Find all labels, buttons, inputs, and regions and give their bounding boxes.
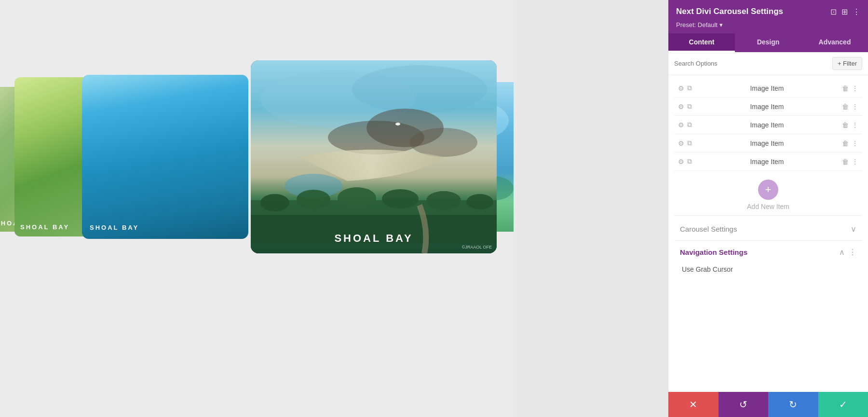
- item-2-more-icon[interactable]: ⋮: [852, 103, 858, 111]
- panel-tabs: Content Design Advanced: [668, 33, 868, 52]
- add-circle-icon: +: [758, 180, 778, 200]
- bottom-toolbar: ✕ ↺ ↻ ✓: [668, 392, 868, 417]
- item-4-more-icon[interactable]: ⋮: [852, 139, 858, 147]
- carousel-settings-arrow: ∨: [851, 224, 856, 234]
- save-button[interactable]: ✓: [818, 392, 868, 417]
- tab-content[interactable]: Content: [668, 33, 735, 52]
- svg-point-2: [352, 65, 487, 113]
- svg-point-9: [260, 194, 289, 211]
- item-1-copy-icon[interactable]: ⧉: [687, 84, 692, 92]
- undo-button[interactable]: ↺: [719, 392, 769, 417]
- search-input[interactable]: [674, 60, 828, 67]
- slide-center: ©JRAAOL OFE SHOAL BAY: [251, 60, 497, 253]
- item-2-copy-icon[interactable]: ⧉: [687, 102, 692, 111]
- item-row-5: ⚙ ⧉ Image Item 🗑 ⋮: [674, 153, 862, 171]
- copyright-text: ©JRAAOL OFE: [462, 245, 492, 250]
- item-1-label: Image Item: [696, 84, 838, 92]
- slide-left: SHOAL BAY: [14, 77, 92, 236]
- nav-more-icon[interactable]: ⋮: [849, 248, 856, 257]
- item-4-label: Image Item: [696, 139, 838, 147]
- panel-content: ⚙ ⧉ Image Item 🗑 ⋮ ⚙ ⧉ Image Item 🗑 ⋮ ⚙: [668, 75, 868, 392]
- slide-left-text: SHOAL BAY: [20, 223, 69, 231]
- item-3-settings-icon[interactable]: ⚙: [678, 121, 684, 129]
- slide-second: SHOAL BAY: [82, 75, 248, 239]
- slide-center-text: SHOAL BAY: [251, 232, 497, 245]
- grab-cursor-row: Use Grab Cursor: [674, 262, 862, 277]
- center-image-svg: [251, 60, 497, 253]
- carousel-settings-title: Carousel Settings: [680, 225, 737, 233]
- preset-row[interactable]: Preset: Default ▾: [676, 21, 860, 28]
- svg-point-4: [328, 121, 424, 154]
- item-1-left-icons: ⚙ ⧉: [678, 84, 692, 92]
- item-3-more-icon[interactable]: ⋮: [852, 121, 858, 129]
- svg-point-13: [426, 191, 461, 209]
- item-row-2: ⚙ ⧉ Image Item 🗑 ⋮: [674, 97, 862, 116]
- svg-point-5: [410, 128, 477, 157]
- item-1-right-icons: 🗑 ⋮: [842, 84, 858, 92]
- tab-advanced[interactable]: Advanced: [801, 33, 868, 52]
- expand-icon[interactable]: ⊡: [830, 7, 837, 16]
- slide-center-inner: ©JRAAOL OFE SHOAL BAY: [251, 60, 497, 253]
- panel-header: Next Divi Carousel Settings ⊡ ⊞ ⋮ Preset…: [668, 0, 868, 33]
- item-5-label: Image Item: [696, 158, 838, 166]
- svg-point-11: [338, 187, 376, 208]
- item-5-right-icons: 🗑 ⋮: [842, 158, 858, 166]
- item-1-more-icon[interactable]: ⋮: [852, 84, 858, 92]
- cancel-button[interactable]: ✕: [668, 392, 719, 417]
- nav-collapse-icon[interactable]: ∧: [839, 248, 845, 257]
- grab-cursor-label: Use Grab Cursor: [682, 265, 733, 273]
- navigation-settings-title: Navigation Settings: [680, 248, 747, 256]
- slide-second-text: SHOAL BAY: [90, 224, 139, 231]
- item-2-settings-icon[interactable]: ⚙: [678, 103, 684, 111]
- add-new-item[interactable]: + Add New Item: [674, 171, 862, 215]
- tab-design[interactable]: Design: [735, 33, 801, 52]
- item-5-delete-icon[interactable]: 🗑: [842, 158, 849, 166]
- carousel-container: SHOAL BAY SHOAL BAY SHOAL BAY: [0, 0, 514, 417]
- navigation-settings-section[interactable]: Navigation Settings ∧ ⋮: [674, 240, 862, 262]
- filter-button[interactable]: + Filter: [832, 57, 862, 70]
- search-bar: + Filter: [668, 52, 868, 75]
- item-row-3: ⚙ ⧉ Image Item 🗑 ⋮: [674, 116, 862, 134]
- item-row-4: ⚙ ⧉ Image Item 🗑 ⋮: [674, 134, 862, 153]
- item-4-right-icons: 🗑 ⋮: [842, 139, 858, 147]
- item-5-left-icons: ⚙ ⧉: [678, 157, 692, 166]
- item-4-left-icons: ⚙ ⧉: [678, 139, 692, 147]
- panel-title-row: Next Divi Carousel Settings ⊡ ⊞ ⋮: [676, 7, 860, 16]
- panel-title-icons: ⊡ ⊞ ⋮: [830, 7, 860, 16]
- carousel-settings-section[interactable]: Carousel Settings ∨: [674, 215, 862, 240]
- item-3-copy-icon[interactable]: ⧉: [687, 121, 692, 129]
- item-row-1: ⚙ ⧉ Image Item 🗑 ⋮: [674, 79, 862, 97]
- right-panel: Next Divi Carousel Settings ⊡ ⊞ ⋮ Preset…: [668, 0, 868, 417]
- item-1-settings-icon[interactable]: ⚙: [678, 84, 684, 92]
- add-new-label: Add New Item: [747, 203, 789, 210]
- item-5-settings-icon[interactable]: ⚙: [678, 158, 684, 166]
- item-3-delete-icon[interactable]: 🗑: [842, 121, 849, 129]
- item-2-left-icons: ⚙ ⧉: [678, 102, 692, 111]
- item-4-settings-icon[interactable]: ⚙: [678, 139, 684, 147]
- svg-point-15: [395, 123, 400, 125]
- svg-point-12: [382, 189, 419, 208]
- item-3-right-icons: 🗑 ⋮: [842, 121, 858, 129]
- svg-point-10: [297, 190, 330, 209]
- panel-title: Next Divi Carousel Settings: [676, 7, 783, 16]
- item-5-copy-icon[interactable]: ⧉: [687, 157, 692, 166]
- item-2-label: Image Item: [696, 103, 838, 111]
- item-2-delete-icon[interactable]: 🗑: [842, 103, 849, 111]
- canvas-area: SHOAL BAY SHOAL BAY SHOAL BAY: [0, 0, 514, 417]
- svg-point-14: [466, 194, 493, 209]
- item-3-label: Image Item: [696, 121, 838, 129]
- item-1-delete-icon[interactable]: 🗑: [842, 84, 849, 92]
- redo-button[interactable]: ↻: [768, 392, 818, 417]
- item-2-right-icons: 🗑 ⋮: [842, 103, 858, 111]
- item-4-delete-icon[interactable]: 🗑: [842, 139, 849, 147]
- item-4-copy-icon[interactable]: ⧉: [687, 139, 692, 147]
- nav-section-icons: ∧ ⋮: [839, 248, 856, 257]
- item-3-left-icons: ⚙ ⧉: [678, 121, 692, 129]
- grid-icon[interactable]: ⊞: [841, 7, 848, 16]
- more-icon[interactable]: ⋮: [853, 7, 860, 16]
- item-5-more-icon[interactable]: ⋮: [852, 158, 858, 166]
